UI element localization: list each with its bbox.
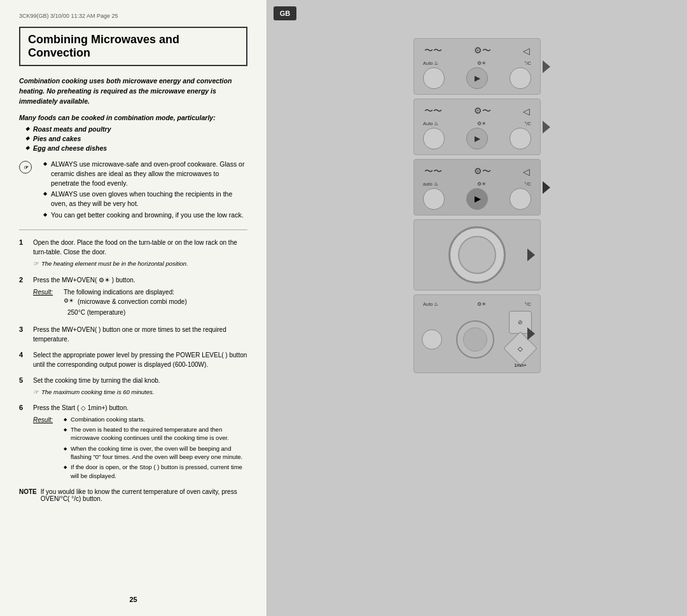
auto-icon: ♨ [434,301,438,307]
label-row: Auto ♨ ⚙☀ °/C [422,121,532,127]
note-icon-small: ☞ [33,388,39,397]
auto-icon: ♨ [434,181,438,187]
note-bullets: ALWAYS use microwave-safe and oven-proof… [43,160,247,219]
oven-bottom-panel: Auto ♨ ⚙☀ °/C ⊘ ◇ 1min+ [413,294,541,373]
gb-badge: GB [274,6,296,20]
note-icon-small: ☞ [33,259,39,268]
step-number: 5 [19,376,28,384]
list-item: ALWAYS use microwave-safe and oven-proof… [43,160,247,188]
auto-icon: ♨ [434,121,438,127]
step-content: Press the Start ( ◇ 1min+) button. Resul… [33,403,247,482]
arrow-right-1 [543,60,550,73]
foods-list: Roast meats and poultry Pies and cakes E… [25,125,247,152]
result-bullet: When the cooking time is over, the oven … [64,444,247,462]
button-auto[interactable] [423,67,445,89]
button-temp[interactable] [510,188,531,210]
result-block: Result: Combination cooking starts. The … [33,415,247,482]
arrow-right-2 [543,121,550,133]
temp-label: °/C [525,301,532,307]
button-play-active[interactable] [466,188,488,210]
mode-label: ⚙☀ [477,181,486,187]
auto-label: Auto [423,301,433,307]
page-right: GB 〜〜 ⚙〜 ◁ Auto ♨ ⚙☀ °/C 〜〜 ⚙〜 ◁ [267,0,687,616]
panel-buttons [422,128,532,149]
result-bullet: The oven is heated to the required tempe… [64,425,247,442]
step-2: 2 Press the MW+OVEN( ⚙☀ ) button. Result… [19,275,247,318]
dial-medium[interactable] [456,320,494,359]
label-row-bottom: Auto ♨ ⚙☀ °/C [422,301,532,307]
intro-paragraph: Combination cooking uses both microwave … [19,76,247,106]
dial-medium-inner [463,327,487,352]
label-row: auto ♨ ⚙☀ °/C [422,181,532,187]
button-temp[interactable] [510,128,531,149]
list-item: You can get better cooking and browning,… [43,210,247,220]
bottom-row: ⊘ ◇ 1min+ [422,311,532,367]
meta-text: 3CK99(GB) 3/10/00 11:32 AM Page 25 [19,13,118,19]
button-temp[interactable] [510,67,531,89]
note-content: ALWAYS use microwave-safe and oven-proof… [37,160,247,222]
mode-label: ⚙☀ [477,121,486,127]
auto-icon: ♨ [434,60,438,66]
arrow-right-bottom [527,327,535,340]
convection-icon: ⚙〜 [474,166,491,177]
panel-top-icons: 〜〜 ⚙〜 ◁ [422,106,532,117]
oven-panel-2: 〜〜 ⚙〜 ◁ Auto ♨ ⚙☀ °/C [413,99,541,155]
step-content: Set the cooking time by turning the dial… [33,376,247,397]
step-note: ☞ The maximum cooking time is 60 minutes… [33,388,247,397]
convection-icon: ⚙〜 [474,45,491,57]
list-item: Pies and cakes [25,135,247,142]
temp-label: °/C [525,121,532,127]
step6-results: Combination cooking starts. The oven is … [64,415,247,482]
page-left: 3CK99(GB) 3/10/00 11:32 AM Page 25 Combi… [0,0,267,616]
step-5: 5 Set the cooking time by turning the di… [19,376,247,397]
button-play[interactable] [466,128,488,149]
temp-label: °/C [525,60,532,66]
step-3: 3 Press the MW+OVEN( ) button one or mor… [19,325,247,344]
auto-label: Auto [423,60,433,66]
power-icon: ◁ [523,106,530,116]
power-icon: ◁ [523,167,530,177]
button-auto[interactable] [423,188,445,210]
note-bold: NOTE [19,488,37,502]
oven-panel-3: 〜〜 ⚙〜 ◁ auto ♨ ⚙☀ °/C [413,159,541,216]
button-bottom-left[interactable] [422,329,442,350]
power-icon: ◁ [523,46,530,56]
button-auto[interactable] [423,128,445,149]
mode-label: ⚙☀ [477,301,486,307]
oven-panel-1: 〜〜 ⚙〜 ◁ Auto ♨ ⚙☀ °/C [413,38,541,95]
step-content: Press the MW+OVEN( ⚙☀ ) button. Result: … [33,275,247,318]
step-number: 3 [19,325,28,333]
header-meta: 3CK99(GB) 3/10/00 11:32 AM Page 25 [19,13,247,19]
convection-icon: ⚙〜 [474,106,491,117]
panel-buttons [422,188,532,210]
microwave-icon: 〜〜 [424,106,442,117]
auto-label: Auto [423,121,433,127]
panel-top-icons: 〜〜 ⚙〜 ◁ [422,166,532,177]
microwave-icon: 〜〜 [424,45,442,57]
result-sub-item: 250°C (temperature) [64,308,187,317]
list-item: Egg and cheese dishes [25,144,247,152]
note-icon: ☞ [19,161,32,174]
main-dial[interactable] [448,226,506,284]
step-number: 2 [19,276,28,284]
arrow-right-3 [543,181,550,194]
step-4: 4 Select the appropriate power level by … [19,350,247,369]
step-content: Select the appropriate power level by pr… [33,350,247,369]
step-content: Press the MW+OVEN( ) button one or more … [33,325,247,344]
step-note: ☞ The heating element must be in the hor… [33,259,247,268]
step-number: 6 [19,404,28,411]
page-number: 25 [129,596,137,603]
microwave-icon: 〜〜 [424,166,442,177]
label-row: Auto ♨ ⚙☀ °/C [422,60,532,66]
notes-section: ☞ ALWAYS use microwave-safe and oven-pro… [19,160,247,222]
step-1: 1 Open the door. Place the food on the t… [19,238,247,268]
list-item: ALWAYS use oven gloves when touching the… [43,189,247,208]
button-play[interactable] [466,67,488,89]
divider [19,229,247,230]
step-number: 4 [19,351,28,359]
result-block: Result: The following indications are di… [33,287,247,318]
step-content: Open the door. Place the food on the tur… [33,238,247,268]
mode-label: ⚙☀ [477,60,486,66]
list-item: Roast meats and poultry [25,125,247,133]
note-footer: NOTE If you would like to know the curre… [19,488,247,502]
